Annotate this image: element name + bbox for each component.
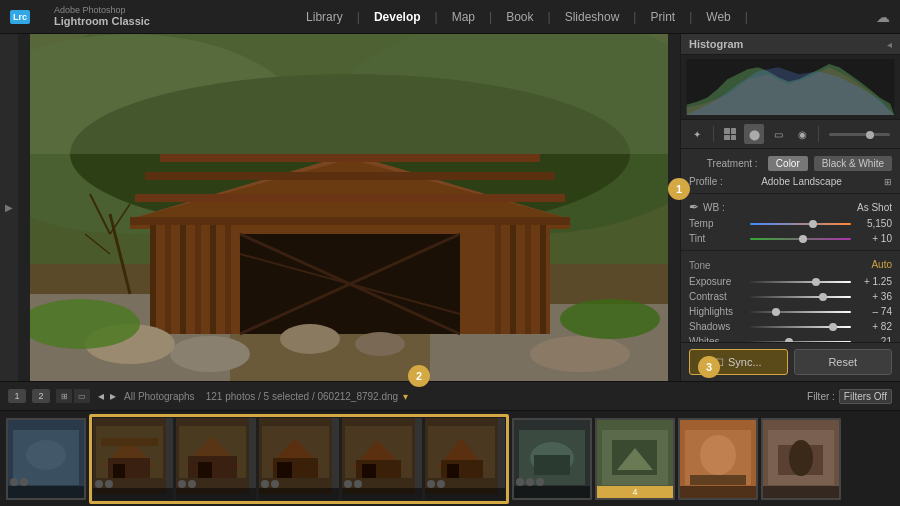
thumb-7-icons xyxy=(516,478,544,486)
eyedropper-icon[interactable]: ✒ xyxy=(689,200,699,214)
eyedropper-tool[interactable]: ✦ xyxy=(687,124,707,144)
filmstrip-thumb-8[interactable]: 4 xyxy=(595,418,675,500)
whites-slider[interactable] xyxy=(750,341,851,343)
film-nav-buttons: ◂ ▸ xyxy=(96,389,118,403)
temp-slider[interactable] xyxy=(750,223,851,225)
thumb-2-label xyxy=(93,488,173,500)
shadows-slider[interactable] xyxy=(750,326,851,328)
tone-curve-btn[interactable]: ◉ xyxy=(792,124,812,144)
tone-heading: Tone xyxy=(689,257,857,272)
svg-rect-55 xyxy=(188,456,237,478)
svg-point-30 xyxy=(280,324,340,354)
svg-rect-21 xyxy=(495,219,501,334)
highlights-slider[interactable] xyxy=(750,311,851,313)
temp-label: Temp xyxy=(689,218,744,229)
app-name: Adobe Photoshop Lightroom Classic xyxy=(54,5,150,29)
nav-right: ☁ xyxy=(876,9,890,25)
filmstrip-thumb-3[interactable] xyxy=(176,418,256,500)
wb-label: WB : xyxy=(703,202,731,213)
badge-3: 3 xyxy=(698,356,720,378)
nav-slideshow[interactable]: Slideshow xyxy=(557,6,628,28)
main-area: ▶ xyxy=(0,34,900,381)
nav-develop[interactable]: Develop xyxy=(366,6,429,28)
thumb-1-label xyxy=(8,486,84,498)
film-filter: Filter : Filters Off xyxy=(807,389,892,404)
thumb-5-icons xyxy=(344,480,362,488)
tools-row: ✦ ⬤ ▭ ◉ xyxy=(681,120,900,149)
exposure-slider[interactable] xyxy=(750,281,851,283)
filmstrip-thumb-5[interactable] xyxy=(342,418,422,500)
filmstrip-bar: 1 2 ⊞ ▭ ◂ ▸ All Photographs 121 photos /… xyxy=(0,381,900,411)
wb-row: ✒ WB : As Shot xyxy=(689,198,892,216)
filmstrip-thumb-6[interactable] xyxy=(425,418,505,500)
contrast-row: Contrast + 36 xyxy=(689,289,892,304)
exposure-row: Exposure + 1.25 xyxy=(689,274,892,289)
tone-header-row: Tone Auto xyxy=(689,255,892,274)
nav-library[interactable]: Library xyxy=(298,6,351,28)
nav-print[interactable]: Print xyxy=(642,6,683,28)
thumb-3-label xyxy=(176,488,256,500)
view-buttons: ⊞ ▭ xyxy=(56,389,90,403)
single-view-btn[interactable]: ▭ xyxy=(74,389,90,403)
shadows-label: Shadows xyxy=(689,321,744,332)
filmstrip-thumb-10[interactable] xyxy=(761,418,841,500)
temp-row: Temp 5,150 xyxy=(689,216,892,231)
reset-button[interactable]: Reset xyxy=(794,349,893,375)
thumb-4-icons xyxy=(261,480,279,488)
thumb-6-icons xyxy=(427,480,445,488)
tool-sep1 xyxy=(713,126,714,142)
highlights-label: Highlights xyxy=(689,306,744,317)
filmstrip-thumb-9[interactable] xyxy=(678,418,758,500)
svg-rect-71 xyxy=(447,464,459,478)
treatment-bw-btn[interactable]: Black & White xyxy=(814,156,892,171)
contrast-slider[interactable] xyxy=(750,296,851,298)
profile-grid-icon[interactable]: ⊞ xyxy=(884,177,892,187)
shadows-row: Shadows + 82 xyxy=(689,319,892,334)
filmstrip-thumb-1[interactable] xyxy=(6,418,86,500)
histogram-area xyxy=(681,55,900,120)
circle-tool[interactable]: ⬤ xyxy=(744,124,764,144)
page1-btn[interactable]: 1 xyxy=(8,389,26,403)
wb-value: As Shot xyxy=(735,202,892,213)
grid-view-btn[interactable]: ⊞ xyxy=(56,389,72,403)
thumb-2-icons xyxy=(95,480,113,488)
svg-rect-83 xyxy=(690,475,746,485)
brightness-slider[interactable] xyxy=(829,133,890,136)
thumb-4-label xyxy=(259,488,339,500)
nav-web[interactable]: Web xyxy=(698,6,738,28)
filter-dropdown[interactable]: Filters Off xyxy=(839,389,892,404)
app-logo: Lrc xyxy=(10,6,46,28)
thumb-5-label xyxy=(342,488,422,500)
svg-rect-12 xyxy=(150,219,156,334)
filmstrip-thumb-7[interactable] xyxy=(512,418,592,500)
thumb-7-label xyxy=(514,486,590,498)
svg-point-32 xyxy=(170,336,250,372)
tone-auto[interactable]: Auto xyxy=(857,259,892,270)
grid-view-btn[interactable] xyxy=(720,124,740,144)
svg-rect-56 xyxy=(198,462,212,478)
treatment-color-btn[interactable]: Color xyxy=(768,156,808,171)
svg-rect-20 xyxy=(510,219,516,334)
tint-slider[interactable] xyxy=(750,238,851,240)
profile-label: Profile : xyxy=(689,176,723,187)
svg-point-35 xyxy=(530,336,630,372)
page2-btn[interactable]: 2 xyxy=(32,389,50,403)
selected-thumbs-group xyxy=(89,414,509,504)
nav-book[interactable]: Book xyxy=(498,6,541,28)
rect-tool[interactable]: ▭ xyxy=(768,124,788,144)
histogram-collapse-arrow[interactable]: ◂ xyxy=(887,39,892,50)
film-prev-btn[interactable]: ◂ xyxy=(96,389,106,403)
nav-map[interactable]: Map xyxy=(444,6,483,28)
treatment-label: Treatment : xyxy=(707,158,762,169)
cloud-icon[interactable]: ☁ xyxy=(876,9,890,25)
svg-rect-18 xyxy=(540,219,546,334)
film-next-btn[interactable]: ▸ xyxy=(108,389,118,403)
left-panel-toggle[interactable]: ▶ xyxy=(0,34,18,381)
profile-row: Profile : Adobe Landscape ⊞ xyxy=(689,174,892,189)
svg-rect-14 xyxy=(180,219,186,334)
filmstrip-thumb-2[interactable] xyxy=(93,418,173,500)
svg-rect-66 xyxy=(362,464,376,478)
filmstrip-thumb-4[interactable] xyxy=(259,418,339,500)
film-path: All Photographs 121 photos / 5 selected … xyxy=(124,391,801,402)
develop-panel-scroll[interactable]: Treatment : Color Black & White Profile … xyxy=(681,149,900,342)
